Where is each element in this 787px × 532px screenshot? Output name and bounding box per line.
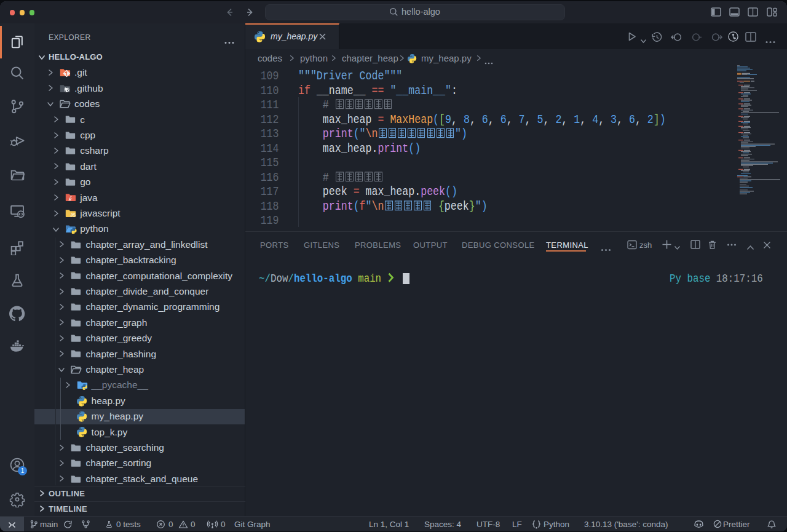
svg-text:JS: JS [70, 212, 76, 218]
